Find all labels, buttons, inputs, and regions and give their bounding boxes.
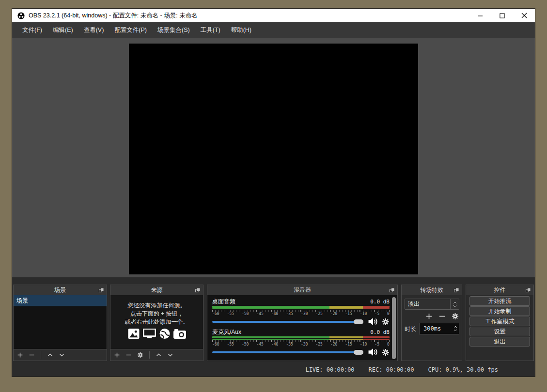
sources-toolbar [110,349,203,361]
channel-name: 桌面音频 [212,298,235,306]
transition-select-spinner[interactable] [450,299,459,309]
live-time: LIVE: 00:00:00 [305,366,354,373]
transition-actions [425,313,459,320]
channel-settings-gear-icon[interactable] [382,348,390,356]
close-button[interactable] [513,9,535,22]
maximize-icon [500,13,505,18]
start-streaming-button[interactable]: 开始推流 [469,296,530,306]
transition-select[interactable]: 淡出 [405,299,459,310]
remove-transition-icon[interactable] [438,313,446,320]
duration-label: 时长 [405,323,416,335]
scenes-panel-title: 场景 [54,286,66,294]
sources-empty-line2: 点击下面的 + 按钮， [110,310,203,318]
scene-list[interactable]: 场景 [13,295,107,361]
meter-scale-labels: -60-55-50-45-40-35-30-25-20-15-10-50 [212,342,390,347]
rec-time: REC: 00:00:00 [369,366,414,373]
float-panel-icon[interactable] [454,288,459,293]
duration-input[interactable]: 300ms [419,323,459,334]
controls-panel-header[interactable]: 控件 [466,285,534,295]
minimize-icon [478,13,483,18]
volume-meter: -60-55-50-45-40-35-30-25-20-15-10-50 [212,336,390,347]
chevron-down-icon [453,305,457,307]
obs-logo-icon [17,12,25,19]
chevron-down-icon [453,329,457,332]
start-recording-button[interactable]: 开始录制 [469,306,530,316]
camera-source-icon [173,329,186,339]
move-scene-up-icon[interactable] [47,352,53,358]
menu-help[interactable]: 帮助(H) [226,22,257,38]
channel-name: 麦克风/Aux [212,328,241,336]
menu-scene-collection[interactable]: 场景集合(S) [152,22,195,38]
transition-selected-value: 淡出 [405,299,450,309]
studio-mode-button[interactable]: 工作室模式 [469,317,530,326]
duration-value: 300ms [420,323,452,334]
sources-empty-line3: 或者右击此处添加一个。 [110,318,203,326]
chevron-up-icon [453,326,457,328]
add-source-icon[interactable] [114,352,120,358]
float-panel-icon[interactable] [195,288,200,293]
menu-tools[interactable]: 工具(T) [195,22,226,38]
status-bar: LIVE: 00:00:00 REC: 00:00:00 CPU: 0.9%, … [12,365,535,375]
sources-empty-hint: 您还没有添加任何源。 点击下面的 + 按钮， 或者右击此处添加一个。 [110,302,203,326]
volume-slider[interactable] [212,349,363,355]
move-scene-down-icon[interactable] [59,352,65,358]
transitions-panel-title: 转场特效 [420,286,443,294]
mixer-panel-header[interactable]: 混音器 [207,285,398,295]
mixer-scrollbar[interactable] [392,297,396,359]
move-source-up-icon[interactable] [156,352,162,358]
transitions-panel-header[interactable]: 转场特效 [401,285,462,295]
sources-panel-title: 来源 [151,286,163,294]
chevron-up-icon [453,302,457,304]
menu-view[interactable]: 查看(V) [78,22,109,38]
scenes-panel-header[interactable]: 场景 [13,285,107,295]
float-panel-icon[interactable] [99,288,104,293]
mute-speaker-icon[interactable] [368,348,378,356]
remove-source-icon[interactable] [125,352,132,358]
menu-file[interactable]: 文件(F) [17,22,47,38]
duration-spinner[interactable] [452,323,459,334]
transition-properties-gear-icon[interactable] [452,313,459,320]
mixer-body: 桌面音频 0.0 dB -60-55-50-45-40-35-30-25-20-… [207,295,398,361]
volume-slider-handle[interactable] [354,319,363,324]
add-transition-icon[interactable] [425,313,433,320]
volume-slider[interactable] [212,319,363,325]
browser-source-icon [159,329,170,339]
mute-speaker-icon[interactable] [368,317,378,326]
exit-button[interactable]: 退出 [469,337,530,347]
display-source-icon [143,329,156,339]
cpu-fps: CPU: 0.9%, 30.00 fps [428,366,499,373]
transitions-panel: 转场特效 淡出 时长 300ms [401,285,462,361]
menu-profile[interactable]: 配置文件(P) [109,22,152,38]
window-title: OBS 23.2.1 (64-bit, windows) - 配置文件: 未命名… [29,12,198,20]
dock-area: 场景 场景 来源 您还没有添加任 [12,277,535,377]
scene-list-item[interactable]: 场景 [14,295,107,306]
add-scene-icon[interactable] [17,352,23,358]
mixer-panel-title: 混音器 [294,286,311,294]
sources-empty-line1: 您还没有添加任何源。 [110,302,203,310]
sources-panel: 来源 您还没有添加任何源。 点击下面的 + 按钮， 或者右击此处添加一个。 [110,285,203,361]
menu-bar: 文件(F) 编辑(E) 查看(V) 配置文件(P) 场景集合(S) 工具(T) … [12,22,535,38]
move-source-down-icon[interactable] [167,352,173,358]
minimize-button[interactable] [469,9,491,22]
sources-panel-header[interactable]: 来源 [110,285,203,295]
source-list[interactable]: 您还没有添加任何源。 点击下面的 + 按钮， 或者右击此处添加一个。 [110,295,203,361]
float-panel-icon[interactable] [526,288,531,293]
obs-main-window: OBS 23.2.1 (64-bit, windows) - 配置文件: 未命名… [12,9,535,377]
title-bar[interactable]: OBS 23.2.1 (64-bit, windows) - 配置文件: 未命名… [12,9,535,22]
mixer-channel-desktop-audio: 桌面音频 0.0 dB -60-55-50-45-40-35-30-25-20-… [212,298,390,326]
menu-edit[interactable]: 编辑(E) [47,22,78,38]
volume-slider-handle[interactable] [354,350,363,355]
transitions-body: 淡出 时长 300ms [401,295,462,361]
program-canvas[interactable] [129,44,418,274]
source-properties-gear-icon[interactable] [137,352,143,358]
scenes-toolbar [14,349,107,361]
remove-scene-icon[interactable] [29,352,35,358]
maximize-button[interactable] [491,9,513,22]
float-panel-icon[interactable] [390,288,394,293]
settings-button[interactable]: 设置 [469,327,530,336]
preview-area[interactable] [12,38,535,277]
image-source-icon [128,329,140,339]
channel-settings-gear-icon[interactable] [382,318,390,326]
mixer-channel-mic-aux: 麦克风/Aux 0.0 dB -60-55-50-45-40-35-30-25-… [212,328,390,356]
mixer-panel: 混音器 桌面音频 0.0 dB -60-55-50-45-40-35-30-25… [207,285,398,361]
